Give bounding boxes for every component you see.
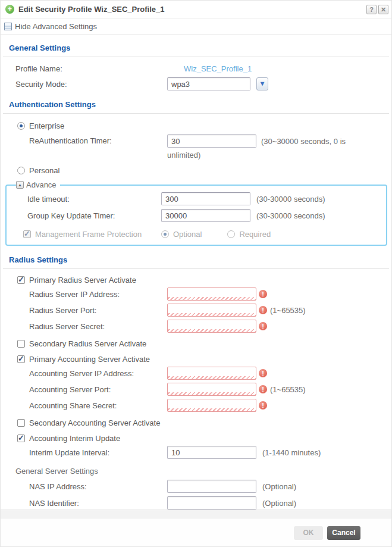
ok-button[interactable]: OK	[294, 526, 323, 540]
group-key-update-timer-input[interactable]	[161, 209, 250, 222]
interim-update-interval-hint: (1-1440 minutes)	[262, 448, 321, 457]
radius-server-port-input[interactable]	[167, 304, 256, 317]
accounting-server-ip-label: Accounting Server IP Address:	[29, 369, 167, 378]
profile-name-row: Profile Name: Wiz_SEC_Profile_1	[1, 64, 391, 73]
nas-ip-address-hint: (Optional)	[262, 482, 296, 491]
authentication-settings-header: Authentication Settings	[1, 100, 391, 109]
reauth-timer-hint-line1: (30~30000 seconds, 0 is	[261, 137, 346, 146]
general-server-settings-label: General Server Settings	[1, 467, 391, 476]
radius-server-port-label: Radius Server Port:	[29, 306, 167, 315]
accounting-interim-update-label[interactable]: Accounting Interim Update	[29, 434, 120, 443]
accounting-share-secret-input[interactable]	[167, 399, 256, 412]
accounting-interim-update-checkbox[interactable]	[17, 435, 25, 442]
dialog-content: General Settings Profile Name: Wiz_SEC_P…	[1, 35, 391, 547]
close-button[interactable]: ✕	[378, 5, 388, 14]
nas-identifier-input[interactable]	[167, 496, 256, 510]
advance-fieldset: ▲ Advance Idle timeout: (30-30000 second…	[5, 180, 387, 246]
enterprise-radio[interactable]	[17, 122, 25, 130]
accounting-server-port-hint: (1~65535)	[270, 385, 306, 394]
security-mode-label: Security Mode:	[15, 80, 167, 89]
divider	[3, 57, 389, 57]
mfp-required-label: Required	[239, 230, 271, 239]
secondary-accounting-activate-checkbox[interactable]	[17, 419, 25, 427]
dialog-titlebar: + Edit Security Profile Wiz_SEC_Profile_…	[1, 1, 391, 18]
radius-server-port-hint: (1~65535)	[270, 306, 306, 315]
secondary-radius-activate-checkbox[interactable]	[17, 340, 25, 348]
security-mode-row: Security Mode: ▾	[1, 77, 391, 90]
cancel-button[interactable]: Cancel	[327, 526, 360, 540]
reauth-timer-label: ReAuthentication Timer:	[29, 135, 167, 148]
accounting-server-ip-row: Accounting Server IP Address: !	[1, 367, 391, 380]
secondary-radius-activate-row: Secondary Radius Server Activate	[1, 339, 391, 348]
group-key-update-timer-hint: (30-30000 seconds)	[256, 211, 325, 220]
footer-divider-band	[1, 510, 391, 518]
secondary-radius-activate-label[interactable]: Secondary Radius Server Activate	[29, 339, 146, 348]
error-icon: !	[259, 369, 267, 377]
hide-advanced-settings-label: Hide Advanced Settings	[15, 22, 97, 31]
radius-server-ip-row: Radius Server IP Address: !	[1, 287, 391, 301]
idle-timeout-row: Idle timeout: (30-30000 seconds)	[23, 192, 382, 205]
management-frame-protection-checkbox	[23, 230, 31, 238]
interim-update-interval-label: Interim Update Interval:	[29, 448, 167, 457]
error-icon: !	[259, 322, 267, 330]
personal-radio-row: Personal	[1, 166, 391, 175]
radius-server-port-row: Radius Server Port: ! (1~65535)	[1, 304, 391, 317]
primary-radius-activate-label[interactable]: Primary Radius Server Activate	[29, 276, 136, 285]
accounting-server-ip-input[interactable]	[167, 367, 256, 380]
accounting-interim-update-row: Accounting Interim Update	[1, 434, 391, 443]
secondary-accounting-activate-label[interactable]: Secondary Accounting Server Activate	[29, 418, 160, 427]
nas-ip-address-row: NAS IP Address: (Optional)	[1, 480, 391, 493]
accounting-server-port-label: Accounting Server Port:	[29, 385, 167, 394]
idle-timeout-hint: (30-30000 seconds)	[256, 195, 325, 204]
chevron-down-icon[interactable]: ▾	[256, 77, 268, 90]
advance-legend-label: Advance	[26, 180, 57, 189]
primary-accounting-activate-label[interactable]: Primary Accounting Server Activate	[29, 355, 150, 364]
accounting-share-secret-row: Accounting Share Secret: !	[1, 399, 391, 412]
advance-legend: ▲ Advance	[16, 180, 60, 189]
group-key-update-timer-row: Group Key Update Timer: (30-30000 second…	[23, 209, 382, 222]
mfp-required-radio	[227, 230, 235, 238]
reauth-timer-input[interactable]	[167, 135, 256, 148]
dialog-title: Edit Security Profile Wiz_SEC_Profile_1	[18, 5, 365, 14]
hide-advanced-settings-toggle[interactable]: Hide Advanced Settings	[1, 18, 391, 35]
accounting-server-port-input[interactable]	[167, 383, 256, 396]
general-settings-header: General Settings	[1, 43, 391, 52]
nas-ip-address-label: NAS IP Address:	[29, 482, 167, 491]
nas-ip-address-input[interactable]	[167, 480, 256, 493]
personal-radio[interactable]	[17, 167, 25, 174]
nas-identifier-hint: (Optional)	[262, 499, 296, 508]
enterprise-label[interactable]: Enterprise	[29, 121, 64, 130]
radius-server-secret-row: Radius Server Secret: !	[1, 320, 391, 333]
add-icon: +	[5, 5, 14, 14]
divider	[3, 113, 389, 114]
help-button[interactable]: ?	[366, 5, 377, 14]
nas-identifier-label: NAS Identifier:	[29, 499, 167, 508]
management-frame-protection-row: Management Frame Protection Optional Req…	[23, 230, 382, 239]
radius-server-ip-label: Radius Server IP Address:	[29, 290, 167, 299]
management-frame-protection-label: Management Frame Protection	[35, 230, 161, 239]
primary-radius-activate-row: Primary Radius Server Activate	[1, 276, 391, 285]
collapse-icon[interactable]: ▲	[16, 181, 24, 189]
radius-settings-header: Radius Settings	[1, 255, 391, 264]
security-mode-input[interactable]	[167, 77, 250, 90]
accounting-server-port-row: Accounting Server Port: ! (1~65535)	[1, 383, 391, 396]
primary-radius-activate-checkbox[interactable]	[17, 276, 25, 284]
accounting-share-secret-label: Accounting Share Secret:	[29, 401, 167, 410]
profile-name-value: Wiz_SEC_Profile_1	[167, 64, 252, 73]
radius-server-ip-input[interactable]	[167, 287, 256, 301]
group-key-update-timer-label: Group Key Update Timer:	[27, 211, 161, 220]
idle-timeout-input[interactable]	[161, 192, 250, 205]
interim-update-interval-input[interactable]	[167, 446, 256, 459]
mfp-optional-label: Optional	[173, 230, 202, 239]
interim-update-interval-row: Interim Update Interval: (1-1440 minutes…	[1, 446, 391, 459]
idle-timeout-label: Idle timeout:	[27, 195, 161, 204]
error-icon: !	[259, 290, 267, 298]
radius-server-secret-input[interactable]	[167, 320, 256, 333]
reauth-timer-hint-line2: unlimited)	[167, 151, 200, 160]
divider	[3, 268, 389, 269]
personal-label[interactable]: Personal	[29, 166, 59, 175]
reauth-timer-row: ReAuthentication Timer: (30~30000 second…	[1, 135, 391, 162]
error-icon: !	[259, 306, 267, 314]
mfp-optional-radio	[161, 230, 169, 238]
primary-accounting-activate-checkbox[interactable]	[17, 355, 25, 363]
